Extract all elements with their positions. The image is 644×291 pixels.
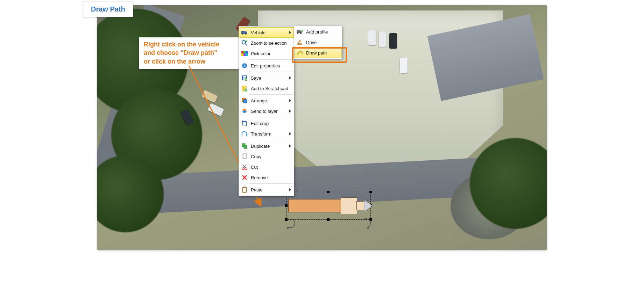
resize-handle[interactable] (327, 218, 330, 221)
menu-label: Drive (306, 40, 340, 45)
vehicle-forward-arrow[interactable] (365, 200, 372, 211)
parked-car (379, 31, 387, 47)
context-menu-item-edit-properties[interactable]: i Edit properties (239, 60, 294, 71)
context-menu-item-send-to-layer[interactable]: Send to layer (239, 106, 294, 116)
transform-icon (241, 130, 248, 137)
svg-rect-7 (246, 41, 247, 42)
menu-label: Remove (251, 175, 292, 180)
submenu-arrow-icon (289, 132, 291, 135)
svg-text:i: i (244, 64, 245, 68)
vehicle-cab (341, 197, 357, 214)
parked-car (201, 90, 218, 103)
context-menu-item-copy[interactable]: Copy (239, 151, 294, 162)
menu-separator (249, 94, 293, 95)
drive-icon (296, 39, 303, 46)
submenu-item-add-profile[interactable]: Add profile (294, 27, 342, 37)
parked-car (207, 103, 224, 116)
svg-line-6 (245, 44, 247, 45)
remove-icon (241, 174, 248, 181)
menu-label: Add profile (306, 29, 340, 35)
vehicle-object[interactable] (288, 194, 369, 218)
crop-icon (241, 120, 248, 127)
context-menu-item-remove[interactable]: Remove (239, 172, 294, 183)
menu-label: Transform (251, 131, 286, 137)
context-menu-item-save[interactable]: Save (239, 73, 294, 83)
svg-rect-1 (241, 31, 245, 34)
context-menu-item-paste[interactable]: Paste (239, 184, 294, 195)
menu-label: Zoom to selection (251, 41, 292, 46)
menu-separator (249, 117, 293, 117)
context-menu-item-pick-color[interactable]: Pick color (239, 48, 294, 59)
context-menu-item-duplicate[interactable]: Duplicate (239, 141, 294, 151)
submenu-arrow-icon (289, 77, 291, 79)
context-menu-item-zoom-to-selection[interactable]: Zoom to selection (239, 38, 294, 48)
menu-label: Paste (251, 187, 286, 192)
context-menu-item-vehicle[interactable]: Vehicle (239, 27, 294, 38)
context-menu-item-arrange[interactable]: Arrange (239, 95, 294, 106)
cut-icon (241, 163, 248, 170)
menu-label: Vehicle (251, 30, 286, 35)
submenu-arrow-icon (289, 99, 291, 102)
submenu-item-draw-path[interactable]: Draw path (294, 48, 342, 58)
menu-separator (249, 59, 293, 60)
parked-car (400, 58, 408, 73)
vehicle-icon (241, 29, 248, 36)
draw-path-icon (296, 49, 303, 56)
vehicle-submenu[interactable]: Add profile Drive Draw path (294, 26, 342, 59)
instruction-callout: Right click on the vehicle and choose “D… (139, 37, 247, 69)
svg-rect-31 (244, 145, 247, 148)
context-menu-item-edit-crop[interactable]: Edit crop (239, 118, 294, 129)
properties-icon: i (241, 62, 248, 69)
submenu-arrow-icon (289, 31, 291, 34)
context-menu-item-add-to-scratchpad[interactable]: Add to Scratchpad (239, 83, 294, 94)
svg-rect-43 (297, 30, 300, 33)
resize-handle[interactable] (285, 204, 288, 207)
menu-label: Duplicate (251, 144, 286, 149)
svg-rect-17 (243, 76, 246, 78)
page-title: Draw Path (83, 1, 133, 17)
svg-point-5 (242, 41, 246, 44)
svg-point-45 (297, 32, 298, 34)
scratchpad-icon (241, 85, 248, 92)
svg-point-46 (300, 32, 302, 34)
parked-car (368, 30, 376, 45)
paste-icon (241, 186, 248, 193)
svg-rect-13 (246, 53, 248, 56)
menu-separator (249, 72, 293, 72)
menu-label: Copy (251, 154, 292, 159)
context-menu-item-cut[interactable]: Cut (239, 162, 294, 172)
svg-point-3 (242, 33, 243, 35)
submenu-arrow-icon (289, 110, 291, 112)
menu-label: Edit crop (251, 121, 292, 126)
resize-handle[interactable] (369, 191, 372, 193)
svg-rect-12 (243, 53, 246, 56)
submenu-arrow-icon (289, 145, 291, 147)
menu-label: Pick color (251, 51, 292, 56)
layers-icon (241, 108, 248, 115)
menu-label: Draw path (306, 50, 340, 56)
palette-icon (241, 50, 248, 57)
submenu-item-drive[interactable]: Drive (294, 37, 342, 48)
svg-point-4 (245, 33, 247, 35)
instruction-line: or click on the arrow (144, 57, 242, 66)
context-menu-item-transform[interactable]: Transform (239, 129, 294, 139)
svg-rect-8 (241, 51, 243, 53)
context-menu[interactable]: Vehicle Zoom to selection Pick color i E… (239, 26, 294, 196)
svg-rect-42 (243, 188, 246, 192)
menu-label: Edit properties (251, 63, 292, 68)
menu-label: Save (251, 75, 286, 81)
zoom-icon (241, 39, 248, 46)
svg-rect-48 (297, 43, 302, 45)
svg-rect-10 (246, 51, 248, 53)
svg-rect-41 (243, 187, 246, 188)
menu-separator (249, 140, 293, 140)
submenu-arrow-icon (289, 188, 291, 191)
duplicate-icon (241, 143, 248, 150)
menu-label: Add to Scratchpad (251, 86, 292, 91)
vehicle-trailer (288, 199, 341, 212)
menu-label: Send to layer (251, 109, 286, 114)
svg-rect-33 (243, 154, 247, 158)
svg-rect-9 (243, 51, 246, 53)
resize-handle[interactable] (327, 191, 330, 193)
copy-icon (241, 153, 248, 160)
